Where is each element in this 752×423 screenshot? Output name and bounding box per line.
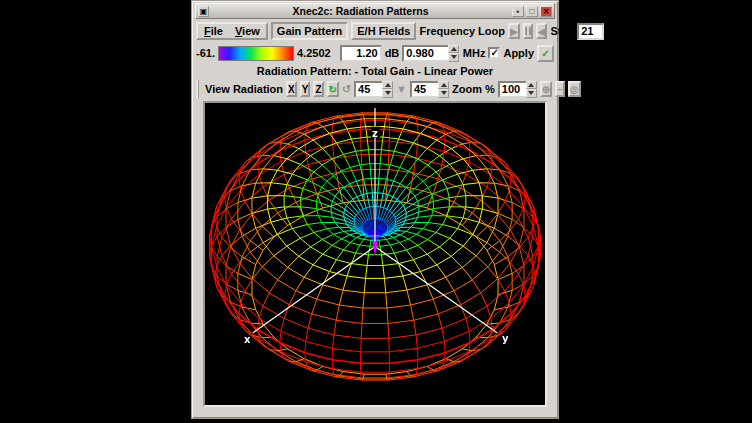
close-button[interactable]: ✕ <box>540 6 552 17</box>
frequency-input[interactable] <box>402 45 448 62</box>
toolbar-grip[interactable] <box>196 80 199 98</box>
frequency-spin-arrows <box>448 45 459 62</box>
zoom-spin-arrows <box>526 81 537 98</box>
gain-min-label: -61. <box>196 47 215 59</box>
gain-max-label: 4.2502 <box>297 47 331 59</box>
incline-spin-arrows <box>438 81 449 98</box>
view-radiation-label: View Radiation <box>205 83 283 95</box>
main-toolbar: File View Gain Pattern E/H Fields Freque… <box>192 20 558 42</box>
spin-up-icon <box>441 83 447 87</box>
zoom-input[interactable] <box>498 81 526 98</box>
frequency-spinbox <box>402 45 459 62</box>
level-input[interactable] <box>340 45 382 62</box>
titlebar[interactable]: ▣ Xnec2c: Radiation Patterns ▪ □ ✕ <box>195 3 555 19</box>
mhz-label: MHz <box>463 47 486 59</box>
rotate-spinbox <box>354 81 393 98</box>
incline-spinbox <box>410 81 449 98</box>
gain-pattern-button[interactable]: Gain Pattern <box>271 22 348 40</box>
reset-rotation-button[interactable]: ↻ <box>327 81 339 97</box>
zoom-spin-down[interactable] <box>526 89 537 98</box>
zoom-out-button[interactable]: − <box>555 81 565 97</box>
menu-view[interactable]: View <box>235 25 260 37</box>
frequency-spin-down[interactable] <box>448 53 459 62</box>
frequency-loop-label: Frequency Loop <box>419 25 505 37</box>
freq-loop-play-button[interactable]: ▶ <box>508 23 520 39</box>
step-label: Step <box>550 25 574 37</box>
app-window: ▣ Xnec2c: Radiation Patterns ▪ □ ✕ File … <box>191 0 559 419</box>
rotate-icon: ↺ <box>342 83 351 96</box>
spin-down-icon <box>451 55 457 59</box>
view-z-button[interactable]: Z <box>313 81 323 97</box>
pause-icon <box>525 25 531 37</box>
pattern-status-text: Radiation Pattern: - Total Gain - Linear… <box>257 65 493 77</box>
apply-label: Apply <box>503 47 534 59</box>
rotate-spin-arrows <box>382 81 393 98</box>
zoom-spin-up[interactable] <box>526 81 537 90</box>
spin-down-icon <box>385 91 391 95</box>
freq-loop-rewind-button[interactable]: ◀ <box>536 23 548 39</box>
gain-scale-row: -61. 4.2502 dB MHz ✓ Apply ✓ <box>192 42 558 64</box>
rotate-input[interactable] <box>354 81 382 98</box>
zoom-label: Zoom % <box>452 83 495 95</box>
zoom-spinbox <box>498 81 537 98</box>
window-menu-icon[interactable]: ▣ <box>198 6 209 17</box>
view-x-button[interactable]: X <box>286 81 297 97</box>
shade-button[interactable]: ▪ <box>512 6 524 17</box>
incline-input[interactable] <box>410 81 438 98</box>
view-y-button[interactable]: Y <box>300 81 311 97</box>
frequency-spin-up[interactable] <box>448 45 459 54</box>
db-label: dB <box>385 47 400 59</box>
spin-up-icon <box>528 83 534 87</box>
radiation-pattern-canvas[interactable] <box>205 103 545 405</box>
gain-colorbar <box>218 46 294 61</box>
zoom-reset-button[interactable]: ◎ <box>568 81 581 97</box>
spin-down-icon <box>441 91 447 95</box>
incline-spin-down[interactable] <box>438 89 449 98</box>
rotate-spin-down[interactable] <box>382 89 393 98</box>
zoom-in-button[interactable]: ⊕ <box>540 81 552 97</box>
incline-icon: ▼ <box>396 83 407 95</box>
maximize-button[interactable]: □ <box>526 6 538 17</box>
window-title: Xnec2c: Radiation Patterns <box>211 5 510 17</box>
apply-checkbox[interactable]: ✓ <box>488 47 500 59</box>
status-row: Radiation Pattern: - Total Gain - Linear… <box>192 64 558 77</box>
incline-spin-up[interactable] <box>438 81 449 90</box>
step-input[interactable] <box>577 23 604 40</box>
menu-file[interactable]: File <box>204 25 223 37</box>
spin-up-icon <box>385 83 391 87</box>
menubar: File View <box>196 22 268 40</box>
spin-up-icon <box>451 47 457 51</box>
eh-fields-button[interactable]: E/H Fields <box>351 22 416 40</box>
view-toolbar: View Radiation X Y Z ↻ ↺ ▼ Zoom % <box>192 77 558 101</box>
rotate-spin-up[interactable] <box>382 81 393 90</box>
spin-down-icon <box>528 91 534 95</box>
apply-button[interactable]: ✓ <box>537 45 554 62</box>
plot-frame <box>203 101 547 407</box>
freq-loop-pause-button[interactable] <box>523 23 533 39</box>
